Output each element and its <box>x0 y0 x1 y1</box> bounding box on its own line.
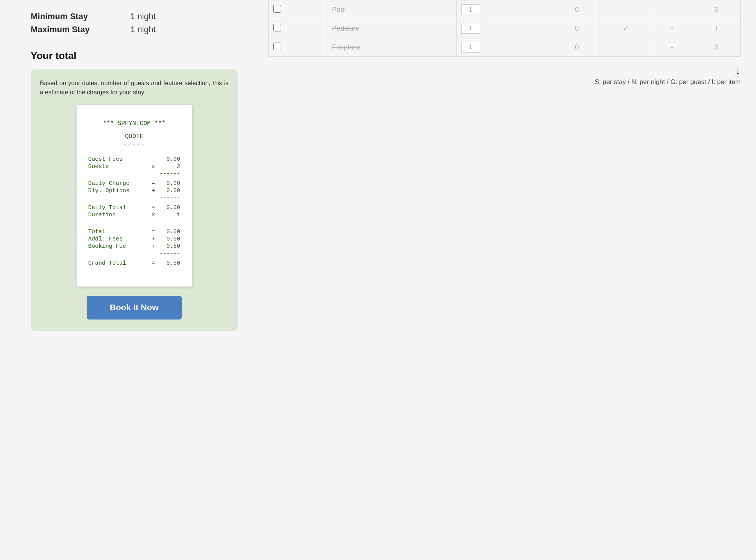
pedicure-type-cell: I <box>692 19 741 38</box>
stay-info: Minimum Stay 1 night Maximum Stay 1 nigh… <box>31 12 238 35</box>
receipt-line-guest-fees: Guest Fees 0.00 <box>88 156 180 163</box>
receipt-line-booking-fee: Booking Fee + 0.50 <box>88 243 180 250</box>
receipt-line-total: Total = 0.00 <box>88 229 180 235</box>
feature-checkbox-cell[interactable] <box>269 0 327 19</box>
checkmark-icon: ✓ <box>623 25 629 32</box>
fireplace-dash-cell: - <box>652 38 692 57</box>
pedicure-checkbox[interactable] <box>273 24 281 31</box>
fireplace-guests-cell: 0 <box>554 38 600 57</box>
pool-guests-cell: 0 <box>554 0 600 19</box>
pool-dash-cell: - <box>652 0 692 19</box>
feature-name-cell: Pedicure <box>327 19 456 38</box>
feature-checkbox-cell[interactable] <box>269 38 327 57</box>
feature-qty-cell[interactable] <box>456 19 554 38</box>
table-row: Fireplace 0 - S <box>269 38 741 57</box>
feature-qty-cell[interactable] <box>456 0 554 19</box>
fireplace-qty-input[interactable] <box>461 42 480 53</box>
main-container: Minimum Stay 1 night Maximum Stay 1 nigh… <box>0 0 756 560</box>
features-table: Pool 0 - S <box>268 0 741 57</box>
total-description: Based on your dates, number of guests an… <box>38 79 230 97</box>
book-it-now-button[interactable]: Book It Now <box>87 296 181 320</box>
book-btn-container: Book It Now <box>38 296 230 320</box>
max-stay-label: Maximum Stay <box>31 25 130 35</box>
receipt-title: QUOTE <box>88 133 180 140</box>
fireplace-checkbox[interactable] <box>273 43 281 50</box>
receipt-line-guests: Guests x 2 <box>88 163 180 170</box>
sep-3: ------ <box>88 219 180 226</box>
receipt-header: *** SPHYN.COM *** <box>88 120 180 127</box>
receipt-line-dly-options: Dly. Options + 0.00 <box>88 188 180 194</box>
min-stay-label: Minimum Stay <box>31 12 130 21</box>
total-box: Based on your dates, number of guests an… <box>31 69 238 331</box>
max-stay-value: 1 night <box>130 25 156 35</box>
feature-qty-cell[interactable] <box>456 38 554 57</box>
your-total-heading: Your total <box>31 50 238 62</box>
sep-1: ------ <box>88 171 180 177</box>
feature-checkbox-cell[interactable] <box>269 19 327 38</box>
table-row: Pool 0 - S <box>269 0 741 19</box>
fireplace-type-cell: S <box>692 38 741 57</box>
legend-area: ↓ S: per stay / N: per night / G: per gu… <box>268 64 741 86</box>
min-stay-row: Minimum Stay 1 night <box>31 12 238 21</box>
feature-name: Pedicure <box>332 25 359 32</box>
pool-check-cell <box>600 0 652 19</box>
feature-name: Pool <box>332 6 346 13</box>
receipt: *** SPHYN.COM *** QUOTE ----- Guest Fees… <box>77 105 192 287</box>
pool-type-cell: S <box>692 0 741 19</box>
fireplace-check-cell <box>600 38 652 57</box>
right-panel: Pool 0 - S <box>253 0 756 560</box>
receipt-line-daily-charge: Daily Charge = 0.00 <box>88 180 180 187</box>
receipt-line-duration: Duration x 1 <box>88 212 180 218</box>
receipt-site: *** SPHYN.COM *** <box>103 120 165 127</box>
feature-name-cell: Pool <box>327 0 456 19</box>
feature-name: Fireplace <box>332 43 360 51</box>
sep-4: ------ <box>88 250 180 257</box>
feature-name-cell: Fireplace <box>327 38 456 57</box>
left-panel: Minimum Stay 1 night Maximum Stay 1 nigh… <box>0 0 253 560</box>
table-row: Pedicure 0 ✓ - I <box>269 19 741 38</box>
pool-checkbox[interactable] <box>273 5 281 13</box>
receipt-line-addl-fees: Addl. Fees + 0.00 <box>88 236 180 242</box>
legend-text: S: per stay / N: per night / G: per gues… <box>595 78 741 86</box>
pedicure-qty-input[interactable] <box>461 23 480 34</box>
min-stay-value: 1 night <box>130 12 156 21</box>
pool-qty-input[interactable] <box>461 4 480 15</box>
receipt-line-grand-total: Grand Total = 0.50 <box>88 260 180 267</box>
pedicure-dash-cell: - <box>652 19 692 38</box>
pedicure-check-cell: ✓ <box>600 19 652 38</box>
sep-2: ------ <box>88 195 180 201</box>
down-arrow-icon: ↓ <box>735 64 741 77</box>
max-stay-row: Maximum Stay 1 night <box>31 25 238 35</box>
receipt-divider-short: ----- <box>88 142 180 148</box>
pedicure-guests-cell: 0 <box>554 19 600 38</box>
receipt-line-daily-total: Daily Total = 0.00 <box>88 204 180 211</box>
